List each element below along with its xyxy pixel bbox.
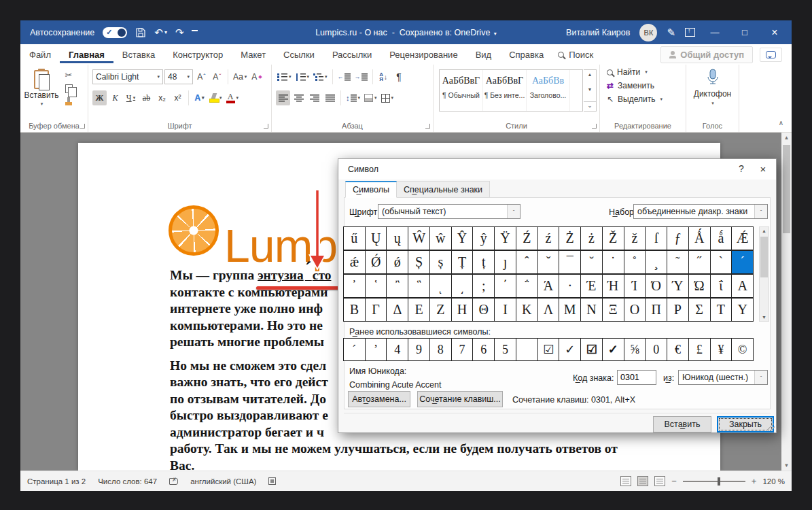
symbol-cell[interactable]: Μ bbox=[559, 299, 581, 322]
increase-indent-button[interactable]: → bbox=[353, 69, 369, 84]
avatar[interactable]: ВК bbox=[639, 24, 657, 41]
minimize-button[interactable]: — bbox=[705, 27, 725, 37]
symbol-cell[interactable]: Δ bbox=[387, 299, 408, 322]
recent-symbol-cell[interactable]: ✓ bbox=[559, 339, 581, 361]
print-layout-button[interactable] bbox=[637, 476, 648, 486]
font-dialog-launcher[interactable] bbox=[264, 124, 268, 129]
ribbon-display-options-button[interactable] bbox=[685, 28, 695, 37]
ribbon-tab[interactable]: Ссылки bbox=[275, 46, 323, 63]
subscript-button[interactable]: x₂ bbox=[155, 90, 169, 105]
select-button[interactable]: ↖ Выделить ▾ bbox=[607, 95, 686, 104]
quick-access-customize-button[interactable]: ˇ bbox=[192, 30, 198, 35]
style-item[interactable]: АаБбВв Заголово... bbox=[527, 70, 570, 111]
symbol-cell[interactable]: ű bbox=[344, 227, 366, 250]
dialog-font-combobox[interactable]: (обычный текст) ˇ bbox=[378, 204, 520, 219]
dialog-set-combobox[interactable]: объединенные диакр. знаки ˇ bbox=[633, 204, 768, 219]
symbol-cell[interactable]: Ǽ bbox=[732, 227, 754, 250]
symbol-cell[interactable]: Σ bbox=[689, 299, 711, 322]
recent-symbol-cell[interactable]: ✓ bbox=[603, 339, 624, 361]
symbol-cell[interactable]: Η bbox=[452, 299, 474, 322]
recent-symbol-cell[interactable]: 0 bbox=[646, 339, 667, 361]
redo-button[interactable]: ↷ bbox=[175, 27, 184, 39]
symbol-cell[interactable]: Ξ bbox=[603, 299, 624, 322]
symbol-cell[interactable]: Ț bbox=[452, 251, 474, 274]
symbol-cell[interactable]: ˚ bbox=[624, 251, 646, 274]
symbol-cell[interactable]: Ι bbox=[495, 299, 516, 322]
symbol-cell[interactable]: Έ bbox=[581, 275, 603, 298]
justify-button[interactable] bbox=[323, 90, 337, 105]
autocorrect-button[interactable]: Авт̲озамена... bbox=[348, 391, 410, 407]
recent-symbol-cell[interactable]: 9 bbox=[408, 339, 430, 361]
shrink-font-button[interactable]: А bbox=[210, 69, 224, 84]
symbol-cell[interactable]: Β bbox=[344, 299, 366, 322]
save-icon[interactable] bbox=[135, 27, 146, 38]
symbol-cell[interactable]: Ό bbox=[646, 275, 667, 298]
highlight-button[interactable]: ▾ bbox=[208, 90, 224, 105]
comments-button[interactable] bbox=[760, 48, 782, 62]
symbol-cell[interactable]: Ż bbox=[559, 227, 581, 250]
ink-pen-icon[interactable]: ✎ bbox=[667, 27, 675, 39]
symbol-cell[interactable]: Ŵ bbox=[408, 227, 430, 250]
page-indicator[interactable]: Страница 1 из 2 bbox=[27, 477, 86, 486]
web-layout-button[interactable] bbox=[654, 476, 665, 486]
symbol-cell[interactable]: Ή bbox=[603, 275, 624, 298]
symbol-cell[interactable]: Ε bbox=[408, 299, 430, 322]
ribbon-tab[interactable]: Главная bbox=[60, 46, 113, 63]
symbol-cell[interactable]: Ύ bbox=[667, 275, 689, 298]
superscript-button[interactable]: x² bbox=[171, 90, 185, 105]
style-item[interactable]: АаБбВвГ ¶ Обычный bbox=[440, 70, 483, 111]
symbol-cell[interactable]: ¸ bbox=[646, 251, 667, 274]
scroll-down-icon[interactable]: ▼ bbox=[588, 87, 593, 92]
collapse-ribbon-button[interactable]: ∧ bbox=[779, 119, 783, 126]
recent-symbol-cell[interactable]: ¥ bbox=[711, 339, 732, 361]
symbol-cell[interactable]: Ź bbox=[516, 227, 538, 250]
tab-special-characters[interactable]: Сп̲ециальные знаки bbox=[396, 181, 490, 198]
style-item[interactable]: АаБбВвГ ¶ Без инте... bbox=[483, 70, 527, 111]
symbol-cell[interactable]: ᾿ bbox=[344, 275, 366, 298]
symbol-grid-scrollbar[interactable]: ▲ ▼ bbox=[759, 226, 769, 322]
clear-formatting-button[interactable]: А bbox=[249, 69, 264, 84]
ribbon-tab[interactable]: Файл bbox=[20, 46, 60, 63]
symbol-cell[interactable]: ˇ bbox=[538, 251, 560, 274]
symbol-cell[interactable]: Α bbox=[732, 275, 754, 298]
read-mode-button[interactable] bbox=[620, 476, 631, 486]
ribbon-tab[interactable]: Рассылки bbox=[323, 46, 381, 63]
word-count[interactable]: Число слов: 647 bbox=[98, 477, 157, 486]
ribbon-tab[interactable]: Вид bbox=[467, 46, 501, 63]
styles-gallery-scroll[interactable]: ▲ ▼ ⌄ bbox=[584, 69, 597, 112]
find-button[interactable]: Найти ▾ bbox=[607, 67, 686, 77]
language-indicator[interactable]: английский (США) bbox=[190, 477, 256, 486]
line-spacing-button[interactable]: ↕▾ bbox=[345, 90, 361, 105]
scrollbar-thumb[interactable] bbox=[760, 237, 768, 277]
symbol-cell[interactable]: ¯ bbox=[559, 251, 581, 274]
char-code-input[interactable] bbox=[617, 370, 656, 385]
recent-symbol-cell[interactable]: £ bbox=[689, 339, 711, 361]
from-combobox[interactable]: Юникод (шестн.) ˇ bbox=[678, 370, 768, 385]
symbol-cell[interactable]: Γ bbox=[366, 299, 387, 322]
tab-symbols[interactable]: С̲имволы bbox=[345, 181, 397, 198]
recent-symbol-cell[interactable]: © bbox=[732, 339, 754, 361]
symbol-cell[interactable]: ƒ bbox=[667, 227, 689, 250]
autosave-toggle[interactable]: ✓ bbox=[103, 27, 127, 38]
symbol-cell[interactable]: Ί bbox=[624, 275, 646, 298]
shortcut-key-button[interactable]: Соч̲етание клавиш... bbox=[417, 391, 503, 407]
symbol-cell[interactable]: ῾ bbox=[366, 275, 387, 298]
recent-symbol-cell[interactable]: 7 bbox=[452, 339, 474, 361]
recent-symbol-cell[interactable]: ’ bbox=[366, 339, 387, 361]
shading-button[interactable]: ▾ bbox=[363, 90, 378, 105]
recent-symbol-cell[interactable]: ´ bbox=[344, 339, 366, 361]
recent-symbol-cell[interactable]: € bbox=[667, 339, 689, 361]
recent-symbol-cell[interactable]: 5 bbox=[495, 339, 516, 361]
borders-button[interactable]: ▾ bbox=[380, 90, 395, 105]
italic-button[interactable]: К bbox=[108, 90, 122, 105]
symbol-cell[interactable]: Ζ bbox=[430, 299, 452, 322]
symbol-cell[interactable]: Ν bbox=[581, 299, 603, 322]
symbol-cell[interactable]: Ο bbox=[624, 299, 646, 322]
grow-font-button[interactable]: А bbox=[194, 69, 209, 84]
bold-button[interactable]: Ж bbox=[92, 90, 107, 105]
symbol-cell[interactable]: ῍ bbox=[387, 275, 408, 298]
zoom-slider[interactable] bbox=[683, 481, 745, 482]
symbol-cell[interactable]: ŵ bbox=[430, 227, 452, 250]
recent-symbol-cell[interactable]: ⅝ bbox=[624, 339, 646, 361]
dialog-titlebar[interactable]: Символ bbox=[338, 159, 776, 180]
